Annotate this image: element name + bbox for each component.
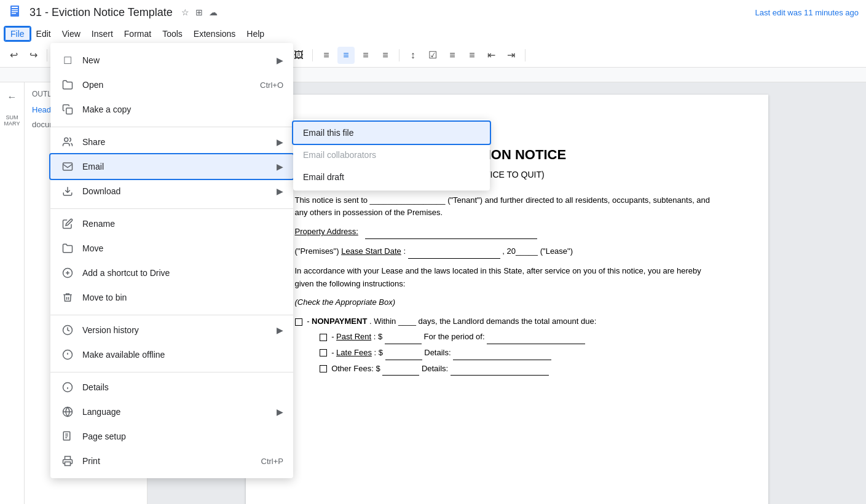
- svg-rect-4: [12, 13, 16, 14]
- move-icon[interactable]: ⊞: [195, 7, 203, 17]
- past-rent-amount: : $: [374, 332, 382, 341]
- year-prefix: , 20_____: [502, 246, 538, 256]
- menu-tools[interactable]: Tools: [157, 28, 187, 40]
- lease-start-colon: :: [403, 246, 407, 256]
- svg-rect-2: [12, 9, 18, 10]
- property-address-blank: [365, 226, 537, 239]
- redo-button[interactable]: ↪: [25, 47, 42, 64]
- file-menu-details[interactable]: Details: [50, 375, 293, 400]
- numbered-list-button[interactable]: ≡: [463, 47, 481, 64]
- email-this-file-item[interactable]: Email this file: [293, 122, 490, 144]
- nonpayment-line: - NONPAYMENT . Within ____ days, the Lan…: [295, 315, 719, 328]
- move-icon: [60, 241, 75, 256]
- dash-nonpayment: -: [307, 317, 312, 326]
- cloud-icon[interactable]: ☁: [209, 7, 218, 17]
- file-menu-move[interactable]: Move: [50, 236, 293, 261]
- file-menu-email[interactable]: Email ▶: [50, 154, 293, 179]
- doc-para-3: ("Premises") Lease Start Date : , 20____…: [295, 245, 719, 259]
- move-bin-label: Move to bin: [82, 293, 283, 302]
- past-rent-period: For the period of:: [424, 332, 487, 341]
- justify-button[interactable]: ≡: [377, 47, 394, 64]
- property-address-label: Property Address:: [295, 227, 358, 236]
- indent-decrease-button[interactable]: ⇤: [483, 47, 500, 64]
- checkbox-past-rent: [320, 334, 327, 341]
- toolbar-sep-7: [525, 49, 526, 61]
- align-center-button[interactable]: ≡: [337, 47, 355, 64]
- toolbar-sep-1: [47, 49, 47, 61]
- sidebar-left: ← SUMMARY: [0, 82, 25, 504]
- file-menu-language[interactable]: Language ▶: [50, 400, 293, 424]
- make-copy-icon: [60, 102, 75, 117]
- menu-format[interactable]: Format: [119, 28, 156, 40]
- menu-extensions[interactable]: Extensions: [189, 28, 240, 40]
- align-right-button[interactable]: ≡: [357, 47, 374, 64]
- doc-para-1: This notice is sent to _________________…: [295, 194, 719, 220]
- email-draft-item[interactable]: Email draft: [293, 166, 490, 188]
- svg-rect-3: [12, 11, 18, 12]
- menu-group-2: Share ▶ Email ▶ Download ▶: [50, 127, 293, 206]
- file-menu-version-history[interactable]: Version history ▶: [50, 318, 293, 342]
- para1-text: This notice is sent to _________________…: [295, 195, 711, 218]
- file-menu-make-copy[interactable]: Make a copy: [50, 97, 293, 122]
- menu-file[interactable]: File: [5, 27, 30, 41]
- file-menu-share[interactable]: Share ▶: [50, 130, 293, 154]
- details-icon: [60, 380, 75, 395]
- file-menu-rename[interactable]: Rename: [50, 211, 293, 236]
- svg-rect-1: [12, 7, 18, 8]
- open-shortcut: Ctrl+O: [260, 81, 283, 90]
- file-menu-open[interactable]: Open Ctrl+O: [50, 73, 293, 97]
- indent-increase-button[interactable]: ⇥: [503, 47, 520, 64]
- svg-rect-7: [63, 163, 73, 170]
- move-label: Move: [82, 243, 283, 253]
- menu-group-3: Rename Move Add a shortcut to Drive Move…: [50, 208, 293, 312]
- add-shortcut-label: Add a shortcut to Drive: [82, 268, 283, 278]
- align-left-button[interactable]: ≡: [318, 47, 335, 64]
- file-menu-add-shortcut[interactable]: Add a shortcut to Drive: [50, 261, 293, 285]
- download-icon: [60, 184, 75, 199]
- details-label: Details: [82, 382, 283, 392]
- late-fees-amount: : $: [374, 348, 383, 357]
- share-label: Share: [82, 137, 277, 147]
- menu-group-1: ☐ New ▶ Open Ctrl+O Make a copy: [50, 45, 293, 124]
- version-history-arrow-icon: ▶: [277, 325, 283, 335]
- title-icons: ☆ ⊞ ☁: [181, 7, 218, 17]
- bullet-list-button[interactable]: ≡: [444, 47, 461, 64]
- late-fees-label: Late Fees: [336, 348, 372, 357]
- dash-late-fees: -: [331, 348, 336, 357]
- other-fees-amount: $: [376, 364, 380, 373]
- title-bar: 31 - Eviction Notice Template ☆ ⊞ ☁ Last…: [0, 0, 866, 25]
- svg-point-6: [65, 138, 68, 141]
- add-shortcut-icon: [60, 266, 75, 280]
- language-arrow-icon: ▶: [277, 407, 283, 417]
- file-menu-print[interactable]: Print Ctrl+P: [50, 449, 293, 473]
- new-icon: ☐: [60, 53, 75, 68]
- back-button[interactable]: ←: [2, 87, 22, 107]
- email-collaborators-item: Email collaborators: [293, 144, 490, 166]
- menu-help[interactable]: Help: [242, 28, 269, 40]
- check-box-label: (Check the Appropriate Box): [295, 297, 396, 307]
- other-fees-label: Other Fees:: [331, 364, 374, 373]
- nonpayment-label: NONPAYMENT: [312, 317, 367, 326]
- menu-edit[interactable]: Edit: [31, 28, 56, 40]
- file-menu-download[interactable]: Download ▶: [50, 179, 293, 203]
- email-arrow-icon: ▶: [277, 162, 283, 171]
- file-new-label: New: [82, 55, 277, 65]
- file-menu-offline[interactable]: Make available offline: [50, 342, 293, 367]
- menu-bar: File Edit View Insert Format Tools Exten…: [0, 25, 866, 43]
- download-label: Download: [82, 186, 277, 196]
- email-collaborators-label: Email collaborators: [303, 150, 376, 160]
- trash-icon: [60, 290, 75, 305]
- line-spacing-button[interactable]: ↕: [404, 47, 422, 64]
- file-menu-new[interactable]: ☐ New ▶: [50, 48, 293, 73]
- menu-view[interactable]: View: [57, 28, 85, 40]
- past-rent-line: - Past Rent : $ For the period of:: [320, 331, 719, 344]
- menu-insert[interactable]: Insert: [87, 28, 118, 40]
- undo-button[interactable]: ↩: [5, 47, 22, 64]
- file-menu-page-setup[interactable]: Page setup: [50, 424, 293, 449]
- late-fees-line: - Late Fees : $ Details:: [320, 347, 719, 360]
- star-icon[interactable]: ☆: [181, 7, 189, 17]
- premises-label: ("Premises"): [295, 246, 342, 256]
- make-copy-label: Make a copy: [82, 104, 283, 114]
- file-menu-move-bin[interactable]: Move to bin: [50, 285, 293, 310]
- checklist-button[interactable]: ☑: [424, 47, 441, 64]
